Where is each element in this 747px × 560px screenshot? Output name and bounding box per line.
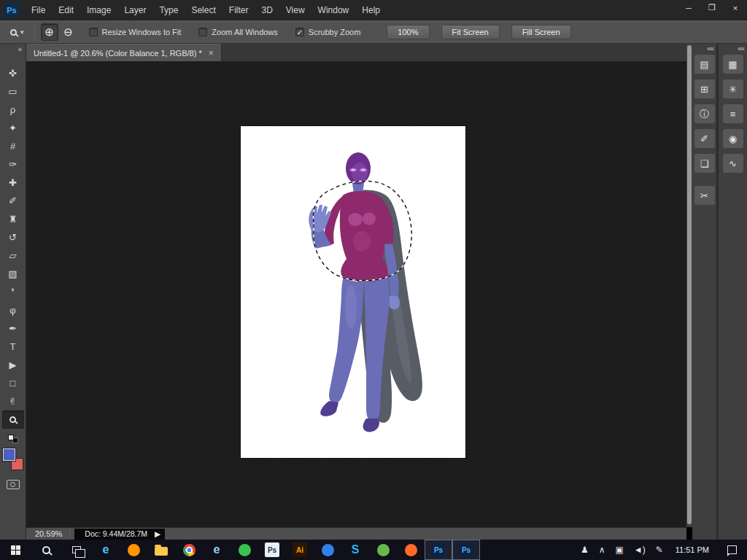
volume-icon[interactable]: ◄) (629, 545, 651, 555)
orange-app-icon[interactable] (397, 540, 425, 560)
path-selection-tool[interactable]: ▶ (2, 356, 24, 374)
hidden-icons-chevron[interactable]: ∧ (594, 545, 611, 555)
window-controls: ─ ❐ × (677, 0, 747, 20)
100-button[interactable]: 100% (387, 25, 429, 39)
green-app-icon[interactable] (231, 540, 258, 560)
menu-select[interactable]: Select (185, 0, 222, 20)
network-icon[interactable]: ▣ (610, 545, 628, 555)
file-explorer-icon[interactable] (147, 540, 175, 560)
people-icon[interactable]: ♟ (576, 545, 594, 555)
rectangle-tool[interactable]: □ (2, 374, 24, 392)
leaf-app-icon[interactable] (369, 540, 397, 560)
task-view-button[interactable] (61, 540, 92, 560)
menu-3d[interactable]: 3D (255, 0, 279, 20)
menu-filter[interactable]: Filter (222, 0, 255, 20)
clone-stamp-tool[interactable]: ♜ (2, 210, 24, 228)
action-center-button[interactable] (716, 540, 747, 560)
start-button[interactable] (0, 540, 31, 560)
menu-image[interactable]: Image (80, 0, 117, 20)
gradient-tool[interactable]: ▧ (2, 265, 24, 283)
vertical-scrollbar[interactable] (686, 44, 692, 527)
expand-panels-button[interactable]: «« (692, 44, 716, 55)
hand-tool[interactable]: ✌ (2, 392, 24, 411)
status-menu-arrow[interactable]: ▶ (155, 529, 160, 538)
layer-comps-panel-icon[interactable]: ❏ (694, 154, 715, 173)
menu-file[interactable]: File (25, 0, 52, 20)
checkbox-zoom-all-windows[interactable]: Zoom All Windows (198, 28, 277, 36)
default-colors-icon[interactable] (8, 435, 18, 443)
menu-type[interactable]: Type (152, 0, 185, 20)
blur-tool[interactable]: ❜ (2, 283, 24, 301)
menu-edit[interactable]: Edit (52, 0, 80, 20)
zoom-in-mode-button[interactable]: ⊕ (41, 23, 58, 41)
taskbar-clock[interactable]: 11:51 PM (668, 545, 716, 554)
photoshop-2-icon[interactable]: Ps (452, 540, 480, 560)
styles-panel-icon[interactable]: ◉ (723, 129, 743, 148)
blue-app-icon[interactable] (314, 540, 341, 560)
canvas-area[interactable] (26, 61, 686, 527)
brush-tool[interactable]: ✐ (2, 192, 24, 210)
info-panel-icon[interactable]: ⓘ (694, 104, 715, 123)
eraser-tool[interactable]: ▱ (2, 246, 24, 265)
photoshop-window: Ps FileEditImageLayerTypeSelectFilter3DV… (0, 0, 747, 560)
zoom-tool[interactable] (2, 411, 24, 429)
dodge-tool[interactable]: φ (2, 301, 24, 319)
canvas[interactable] (241, 126, 465, 458)
internet-explorer-icon[interactable]: e (203, 540, 231, 560)
firefox-icon[interactable] (120, 540, 147, 560)
scrollbar-thumb[interactable] (687, 45, 692, 524)
photoshop-icon[interactable]: Ps (425, 540, 452, 560)
expand-panels-button-2[interactable]: «« (719, 44, 747, 55)
adjustments-panel-icon[interactable]: ✳ (723, 79, 743, 98)
quick-selection-tool[interactable]: ✦ (2, 119, 24, 137)
menu-help[interactable]: Help (355, 0, 387, 20)
horizontal-type-tool[interactable]: T (2, 338, 24, 356)
pen-tool[interactable]: ✒ (2, 319, 24, 338)
quick-mask-button[interactable] (7, 480, 20, 489)
menu-layer[interactable]: Layer (117, 0, 152, 20)
fit-screen-button[interactable]: Fit Screen (441, 25, 500, 39)
rectangular-marquee-tool[interactable]: ▭ (2, 82, 24, 101)
tool-preset-picker[interactable]: ▾ (6, 26, 28, 38)
spot-healing-brush-tool[interactable]: ✚ (2, 174, 24, 192)
foreground-color-swatch[interactable] (3, 448, 15, 461)
menu-window[interactable]: Window (311, 0, 356, 20)
rectangle-tool-glyph: □ (10, 378, 16, 388)
quick-selection-tool-glyph: ✦ (9, 123, 17, 133)
crop-tool[interactable]: # (2, 137, 24, 155)
minimize-button[interactable]: ─ (677, 0, 700, 16)
pen-icon[interactable]: ✎ (651, 545, 668, 555)
illustrator-icon[interactable]: Ai (286, 540, 314, 560)
tools-panel-collapse-button[interactable]: » (0, 44, 26, 55)
document-tab[interactable]: Untitled-1 @ 20.6% (Color Balance 1, RGB… (26, 44, 222, 61)
swatches-panel-icon[interactable]: ▦ (723, 55, 743, 74)
layers-panel-icon[interactable]: ≡ (723, 104, 743, 123)
options-bar: ▾ ⊕ ⊖ Resize Windows to FitZoom All Wind… (0, 20, 747, 44)
tool-presets-panel-icon[interactable]: ✐ (694, 129, 715, 148)
zoom-level-field[interactable]: 20.59% (26, 529, 69, 538)
checkbox-resize-windows-to-fit[interactable]: Resize Windows to Fit (89, 28, 182, 36)
paths-panel-icon[interactable]: ∿ (723, 154, 743, 173)
search-button[interactable] (31, 540, 61, 560)
tab-close-icon[interactable]: × (209, 48, 214, 58)
menu-view[interactable]: View (279, 0, 311, 20)
brush-panel-icon[interactable]: ▤ (694, 55, 715, 74)
close-button[interactable]: × (724, 0, 747, 16)
skype-icon[interactable]: S (341, 540, 369, 560)
chrome-icon[interactable] (175, 540, 203, 560)
lasso-tool[interactable]: ρ (2, 101, 24, 119)
lasso-tool-glyph: ρ (10, 105, 15, 114)
zoom-out-mode-button[interactable]: ⊖ (60, 23, 77, 41)
eyedropper-tool[interactable]: ✑ (2, 155, 24, 174)
scissors-panel-icon[interactable]: ✂ (694, 186, 715, 205)
clone-source-panel-icon[interactable]: ⊞ (694, 79, 715, 98)
edge-icon[interactable]: e (92, 540, 120, 560)
history-brush-tool[interactable]: ↺ (2, 228, 24, 246)
fill-screen-button[interactable]: Fill Screen (511, 25, 571, 39)
clone-stamp-tool-glyph: ♜ (9, 214, 18, 224)
checkbox-scrubby-zoom[interactable]: ✓Scrubby Zoom (295, 28, 361, 36)
move-tool[interactable]: ✜ (2, 64, 24, 82)
restore-button[interactable]: ❐ (700, 0, 724, 16)
photoshop-doc-icon[interactable]: Ps (258, 540, 286, 560)
checkbox-label: Zoom All Windows (212, 28, 277, 36)
